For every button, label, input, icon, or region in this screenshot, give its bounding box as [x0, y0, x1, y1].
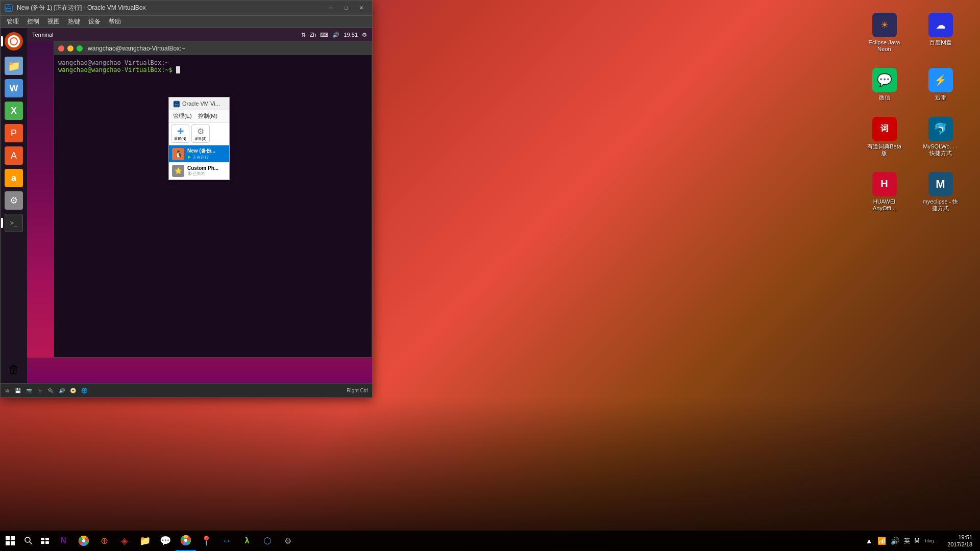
dot-maximize[interactable] — [77, 45, 83, 52]
dock-terminal[interactable]: >_ — [3, 212, 24, 234]
menu-device[interactable]: 设备 — [84, 16, 105, 27]
taskbar-language[interactable]: 英 — [903, 536, 911, 546]
menu-control[interactable]: 控制 — [23, 16, 43, 27]
dock-writer[interactable]: W — [3, 78, 24, 99]
taskbar-settings[interactable]: ⚙ — [278, 531, 298, 551]
vbox-toolbar: ✚ 新建(N) ⚙ 设置(S) — [169, 122, 229, 145]
taskbar-media-player[interactable]: ⊕ — [94, 531, 114, 551]
taskbar-onenote[interactable]: N — [53, 531, 74, 551]
mysql-label: MySQLWo... - 快捷方式 — [921, 143, 960, 157]
dock-calc[interactable]: X — [3, 100, 24, 121]
ubuntu-topbar-right: ⇅ Zh ⌨ 🔊 19:51 ⚙ — [301, 32, 367, 38]
dock-impress[interactable]: P — [3, 122, 24, 144]
dock-ubuntu-logo[interactable] — [3, 31, 24, 52]
taskbar-date: 2017/2/18 — [947, 541, 972, 548]
ubuntu-bottom-purple — [27, 358, 372, 383]
vbox-settings-btn[interactable]: ⚙ 设置(S) — [191, 124, 210, 143]
vm-right-ctrl-label: Right Ctrl — [345, 388, 370, 393]
arrow-icon: ⚡ — [928, 68, 953, 92]
dock-software[interactable]: A — [3, 145, 24, 166]
vm-status-icon8: 🌐 — [79, 388, 89, 393]
dock-files[interactable]: 📁 — [3, 55, 24, 77]
taskbar-netease[interactable]: ◈ — [114, 531, 135, 551]
mysql-icon: 🐬 — [928, 117, 953, 141]
vm-status-icon6: 🔊 — [57, 388, 67, 393]
maximize-button[interactable]: □ — [339, 4, 353, 13]
vbox-menu-manage[interactable]: 管理(E) — [170, 111, 195, 121]
dock-system-tools[interactable]: ⚙ — [3, 190, 24, 211]
svg-point-25 — [82, 539, 85, 542]
taskbar-clock[interactable]: 19:51 2017/2/18 — [942, 534, 977, 548]
menu-help[interactable]: 帮助 — [105, 16, 125, 27]
arrow-label: 迅雷 — [935, 94, 946, 101]
icon-huawei-anyoffice[interactable]: H HUAWEI AnyOffi... — [863, 169, 906, 214]
menu-view[interactable]: 视图 — [43, 16, 64, 27]
taskbar-right-area: ▲ 📶 🔊 英 M blog... 19:51 2017/2/18 — [865, 534, 980, 548]
vbox-new-btn[interactable]: ✚ 新建(N) — [171, 124, 189, 143]
terminal-title: wangchao@wangchao-VirtualBox:~ — [88, 45, 185, 52]
taskbar-task-view-button[interactable] — [37, 531, 53, 551]
terminal-prompt-text: wangchao@wangchao-VirtualBox:~$ — [58, 66, 173, 73]
menu-manage[interactable]: 管理 — [3, 16, 23, 27]
dock-amazon[interactable]: a — [3, 167, 24, 189]
taskbar-tray-expand[interactable]: ▲ — [865, 536, 874, 546]
taskbar-teamviewer[interactable]: ↔ — [216, 531, 237, 551]
virtualbox-menubar: 管理 控制 视图 热键 设备 帮助 — [1, 16, 372, 28]
menu-hotkey[interactable]: 热键 — [64, 16, 84, 27]
svg-line-18 — [30, 542, 32, 544]
taskbar-chrome[interactable] — [74, 531, 94, 551]
vbox-vm-info-new: New (备份... ▶ 正在运行 — [187, 147, 226, 160]
virtualbox-title-icon — [5, 4, 13, 12]
terminal-window-area: wangchao@wangchao-VirtualBox:~ wangchao@… — [54, 41, 372, 383]
vbox-vm-icon-custom: ⭐ — [172, 165, 184, 177]
dock-trash[interactable]: 🗑 — [3, 359, 24, 381]
vbox-menu-control[interactable]: 控制(M) — [195, 111, 221, 121]
taskbar-search-button[interactable] — [20, 531, 37, 551]
ubuntu-dock: 📁 W X P A a — [1, 28, 27, 383]
top-volume-icon: 🔊 — [332, 32, 339, 38]
terminal-prompt-line2: wangchao@wangchao-VirtualBox:~$ — [58, 66, 368, 73]
taskbar-file-explorer[interactable]: 📁 — [135, 531, 155, 551]
icon-wechat-desktop[interactable]: 💬 微信 — [863, 65, 906, 104]
icon-eclipse-java[interactable]: ☀ Eclipse Java Neon — [863, 10, 906, 55]
top-time-label: 19:51 — [344, 32, 358, 38]
vm-status-icon3: 📷 — [24, 388, 34, 393]
vbox-vm-item-new[interactable]: 🐧 New (备份... ▶ 正在运行 — [169, 145, 229, 163]
vbox-vm-item-custom[interactable]: ⭐ Custom Ph... ⏻ 已关闭 — [169, 163, 229, 180]
ubuntu-topbar: Terminal ⇅ Zh ⌨ 🔊 19:51 ⚙ — [27, 28, 372, 41]
eclipse-label: Eclipse Java Neon — [865, 39, 903, 53]
minimize-button[interactable]: ─ — [324, 4, 337, 13]
svg-point-17 — [25, 537, 30, 542]
terminal-menu-label: Terminal — [32, 32, 54, 38]
icon-mysql-workbench[interactable]: 🐬 MySQLWo... - 快捷方式 — [919, 114, 962, 159]
icon-arrow-app[interactable]: ⚡ 迅雷 — [919, 65, 962, 104]
terminal-cursor — [176, 66, 180, 73]
taskbar-lambda[interactable]: λ — [237, 531, 257, 551]
dot-minimize[interactable] — [67, 45, 74, 52]
terminal-dots — [58, 45, 83, 52]
vbox-vm-info-custom: Custom Ph... ⏻ 已关闭 — [187, 165, 226, 177]
svg-rect-21 — [41, 541, 44, 544]
terminal-titlebar: wangchao@wangchao-VirtualBox:~ — [54, 42, 372, 55]
taskbar-wechat[interactable]: 💬 — [155, 531, 176, 551]
close-button[interactable]: ✕ — [355, 4, 368, 13]
taskbar-network-icon[interactable]: 📶 — [876, 536, 887, 546]
icon-youdao[interactable]: 词 有道词典Beta版 — [863, 114, 906, 159]
dot-close[interactable] — [58, 45, 64, 52]
taskbar-maps[interactable]: 📍 — [196, 531, 216, 551]
svg-rect-20 — [45, 538, 49, 540]
icon-baidu-pan[interactable]: ☁ 百度网盘 — [919, 10, 962, 55]
top-zh-label: Zh — [310, 32, 316, 38]
taskbar-pinned-items: N ⊕ — [53, 531, 298, 551]
taskbar-cube[interactable]: ⬡ — [257, 531, 278, 551]
taskbar-volume-icon[interactable]: 🔊 — [890, 536, 900, 546]
top-keyboard-icon: ⌨ — [320, 32, 328, 38]
icon-myeclipse[interactable]: M myeclipse - 快捷方式 — [919, 169, 962, 214]
taskbar-im[interactable]: M — [914, 536, 921, 545]
virtualbox-titlebar: New (备份 1) [正在运行] - Oracle VM VirtualBox… — [1, 1, 372, 16]
taskbar-chrome2[interactable] — [176, 531, 196, 551]
taskbar-blog-link[interactable]: blog... — [923, 538, 940, 543]
top-arrows-icon: ⇅ — [301, 32, 306, 38]
vm-status-icon2: 💾 — [13, 388, 23, 393]
start-button[interactable] — [0, 531, 20, 551]
